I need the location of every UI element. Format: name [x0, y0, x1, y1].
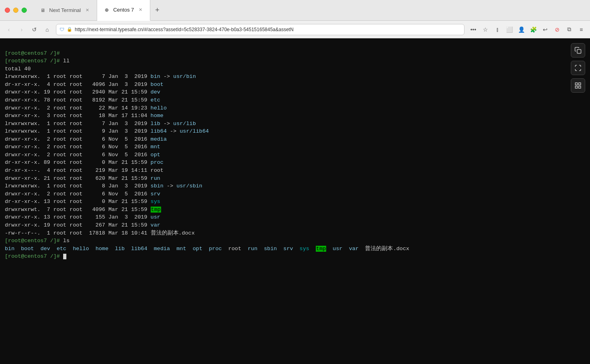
bookmark-icon: ☆	[483, 26, 488, 33]
back-icon: ‹	[8, 26, 10, 33]
block-button[interactable]: ⊘	[552, 24, 563, 35]
sidebar-toggle-button[interactable]: ⫿	[492, 24, 503, 35]
undo-icon: ↩	[543, 26, 548, 33]
back-button[interactable]: ‹	[3, 24, 14, 35]
maximize-button[interactable]	[22, 8, 27, 13]
lock-icon: 🔒	[67, 27, 72, 32]
svg-rect-2	[579, 83, 581, 85]
reader-icon: ⬜	[506, 26, 513, 33]
svg-rect-3	[575, 86, 577, 88]
tab-close-centos7[interactable]: ✕	[137, 7, 144, 13]
svg-rect-0	[577, 50, 581, 54]
tab-label-centos7: Centos 7	[113, 7, 134, 13]
close-button[interactable]	[5, 8, 10, 13]
bookmark-button[interactable]: ☆	[480, 24, 491, 35]
terminal-container: [root@centos7 /]# [root@centos7 /]# ll t…	[0, 38, 590, 364]
address-bar[interactable]: 🛡 🔒 https://next-terminal.typesafe.cn/#/…	[56, 24, 464, 35]
terminal-sidebar	[571, 43, 585, 93]
tab-icon-centos7: ⊕	[104, 7, 110, 13]
tab-next-terminal[interactable]: 🖥 Next Terminal ✕	[33, 0, 97, 21]
terminal-output[interactable]: [root@centos7 /]# [root@centos7 /]# ll t…	[0, 38, 590, 364]
fullscreen-button[interactable]	[571, 61, 585, 75]
puzzle-icon: ⧉	[567, 26, 571, 33]
svg-rect-1	[575, 83, 577, 85]
extensions-icon: 🧩	[530, 26, 537, 33]
menu-button[interactable]: ≡	[576, 24, 587, 35]
reader-button[interactable]: ⬜	[504, 24, 515, 35]
navbar: ‹ › ↺ ⌂ 🛡 🔒 https://next-terminal.typesa…	[0, 21, 590, 38]
block-icon: ⊘	[555, 26, 560, 33]
forward-button[interactable]: ›	[16, 24, 27, 35]
copy-button[interactable]	[571, 43, 585, 58]
url-text: https://next-terminal.typesafe.cn/#/acce…	[75, 27, 461, 32]
more-button[interactable]: •••	[468, 24, 479, 35]
grid-button[interactable]	[571, 78, 585, 93]
tab-icon-next-terminal: 🖥	[40, 7, 46, 14]
home-icon: ⌂	[46, 26, 49, 33]
nav-right-buttons: ••• ☆ ⫿ ⬜ 👤 🧩 ↩ ⊘ ⧉ ≡	[468, 24, 587, 35]
traffic-lights	[5, 8, 27, 13]
profile-icon: 👤	[518, 26, 525, 33]
refresh-icon: ↺	[32, 26, 37, 33]
new-tab-button[interactable]: +	[150, 0, 164, 21]
minimize-button[interactable]	[13, 8, 18, 13]
undo-button[interactable]: ↩	[540, 24, 551, 35]
extensions-button[interactable]: 🧩	[528, 24, 539, 35]
new-tab-icon: +	[155, 6, 159, 14]
sidebar-icon: ⫿	[496, 26, 499, 33]
refresh-button[interactable]: ↺	[29, 24, 40, 35]
tab-centos7[interactable]: ⊕ Centos 7 ✕	[97, 0, 150, 21]
svg-rect-4	[579, 86, 581, 88]
tab-label-next-terminal: Next Terminal	[49, 7, 81, 13]
puzzle-button[interactable]: ⧉	[564, 24, 575, 35]
tab-close-next-terminal[interactable]: ✕	[84, 7, 90, 14]
forward-icon: ›	[21, 26, 23, 33]
home-button[interactable]: ⌂	[42, 24, 53, 35]
menu-icon: ≡	[580, 26, 583, 33]
profile-button[interactable]: 👤	[516, 24, 527, 35]
more-icon: •••	[470, 26, 476, 33]
shield-icon: 🛡	[60, 27, 64, 32]
tab-bar: 🖥 Next Terminal ✕ ⊕ Centos 7 ✕ +	[33, 0, 585, 21]
